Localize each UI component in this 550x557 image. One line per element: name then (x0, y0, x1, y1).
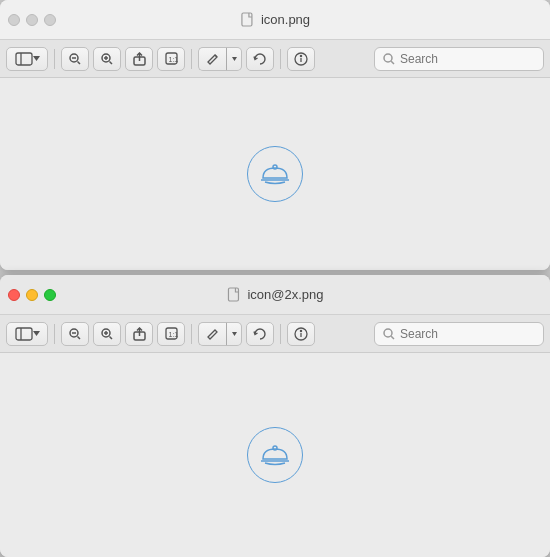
chevron-down-icon-edit-top (232, 57, 237, 61)
info-icon-bottom (294, 327, 308, 341)
maximize-button-bottom[interactable] (44, 289, 56, 301)
svg-line-18 (391, 61, 394, 64)
sidebar-toggle-top[interactable] (6, 47, 48, 71)
edit-button-group-bottom (198, 322, 242, 346)
icon-circle-top (247, 146, 303, 202)
svg-line-5 (78, 61, 81, 64)
minimize-button-top[interactable] (26, 14, 38, 26)
search-icon-top (383, 53, 395, 65)
export-button-top[interactable] (125, 47, 153, 71)
window-title-top: icon.png (240, 12, 310, 28)
separator-3-top (280, 49, 281, 69)
icon-circle-bottom (247, 427, 303, 483)
actual-size-icon-top: 1:1 (165, 52, 178, 65)
search-icon-bottom (383, 328, 395, 340)
svg-line-9 (110, 61, 113, 64)
window-bottom: icon@2x.png (0, 275, 550, 557)
separator-1-bottom (54, 324, 55, 344)
file-icon-bottom (226, 287, 242, 303)
export-button-bottom[interactable] (125, 322, 153, 346)
cloche-icon-top (259, 160, 291, 188)
actual-size-button-bottom[interactable]: 1:1 (157, 322, 185, 346)
svg-point-41 (273, 446, 277, 450)
content-top (0, 78, 550, 270)
traffic-lights-bottom (8, 289, 56, 301)
actual-size-icon-bottom: 1:1 (165, 327, 178, 340)
svg-rect-22 (16, 328, 32, 340)
svg-line-26 (78, 336, 81, 339)
svg-line-39 (391, 336, 394, 339)
chevron-down-icon-bottom (33, 331, 40, 336)
svg-point-38 (384, 329, 392, 337)
search-input-top[interactable] (400, 52, 535, 66)
edit-dropdown-bottom[interactable] (226, 322, 242, 346)
zoom-out-button-bottom[interactable] (61, 322, 89, 346)
actual-size-button-top[interactable]: 1:1 (157, 47, 185, 71)
zoom-out-icon-top (69, 53, 81, 65)
minimize-button-bottom[interactable] (26, 289, 38, 301)
maximize-button-top[interactable] (44, 14, 56, 26)
toolbar-bottom: 1:1 (0, 315, 550, 353)
titlebar-top: icon.png (0, 0, 550, 40)
svg-line-30 (110, 336, 113, 339)
zoom-out-icon-bottom (69, 328, 81, 340)
zoom-in-button-bottom[interactable] (93, 322, 121, 346)
cloche-icon-bottom (259, 441, 291, 469)
svg-rect-1 (16, 53, 32, 65)
titlebar-bottom: icon@2x.png (0, 275, 550, 315)
separator-2-bottom (191, 324, 192, 344)
export-icon-top (133, 52, 146, 66)
svg-text:1:1: 1:1 (168, 56, 178, 63)
zoom-in-icon-top (101, 53, 113, 65)
info-button-top[interactable] (287, 47, 315, 71)
title-text-top: icon.png (261, 12, 310, 27)
content-bottom (0, 353, 550, 557)
close-button-top[interactable] (8, 14, 20, 26)
svg-rect-21 (228, 288, 238, 301)
window-title-bottom: icon@2x.png (226, 287, 323, 303)
edit-button-top[interactable] (198, 47, 226, 71)
rotate-icon-bottom (253, 327, 267, 341)
svg-point-17 (384, 54, 392, 62)
zoom-in-icon-bottom (101, 328, 113, 340)
title-text-bottom: icon@2x.png (247, 287, 323, 302)
sidebar-icon-bottom (15, 327, 33, 341)
zoom-out-button-top[interactable] (61, 47, 89, 71)
close-button-bottom[interactable] (8, 289, 20, 301)
search-box-bottom[interactable] (374, 322, 544, 346)
separator-1-top (54, 49, 55, 69)
svg-point-16 (300, 55, 301, 56)
zoom-in-button-top[interactable] (93, 47, 121, 71)
edit-icon-bottom (206, 327, 219, 340)
info-icon-top (294, 52, 308, 66)
svg-text:1:1: 1:1 (168, 331, 178, 338)
edit-button-bottom[interactable] (198, 322, 226, 346)
separator-3-bottom (280, 324, 281, 344)
window-top: icon.png (0, 0, 550, 270)
edit-icon-top (206, 52, 219, 65)
rotate-button-bottom[interactable] (246, 322, 274, 346)
svg-point-20 (273, 165, 277, 169)
rotate-icon-top (253, 52, 267, 66)
svg-point-37 (300, 330, 301, 331)
edit-button-group-top (198, 47, 242, 71)
sidebar-icon-top (15, 52, 33, 66)
edit-dropdown-top[interactable] (226, 47, 242, 71)
file-icon-top (240, 12, 256, 28)
rotate-button-top[interactable] (246, 47, 274, 71)
toolbar-top: 1:1 (0, 40, 550, 78)
separator-2-top (191, 49, 192, 69)
chevron-down-icon-edit-bottom (232, 332, 237, 336)
search-input-bottom[interactable] (400, 327, 535, 341)
sidebar-toggle-bottom[interactable] (6, 322, 48, 346)
traffic-lights-top (8, 14, 56, 26)
search-box-top[interactable] (374, 47, 544, 71)
info-button-bottom[interactable] (287, 322, 315, 346)
chevron-down-icon-top (33, 56, 40, 61)
svg-rect-0 (242, 13, 252, 26)
export-icon-bottom (133, 327, 146, 341)
